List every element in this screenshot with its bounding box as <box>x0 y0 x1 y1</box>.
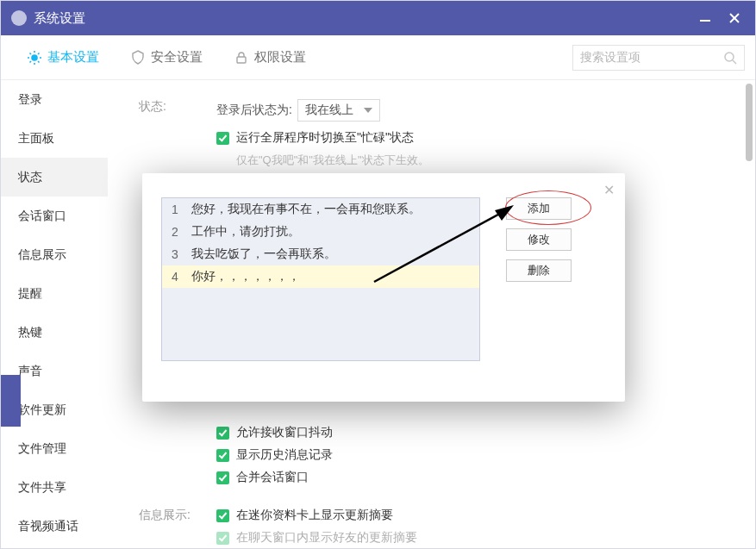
sidebar-item-label: 提醒 <box>18 286 42 302</box>
svg-line-10 <box>30 61 32 63</box>
gear-icon <box>27 50 42 66</box>
row-index: 4 <box>162 270 188 284</box>
svg-line-11 <box>38 53 40 54</box>
list-item[interactable]: 1您好，我现在有事不在，一会再和您联系。 <box>162 198 479 221</box>
sidebar-item-label: 软件更新 <box>18 402 66 418</box>
btn-label: 添加 <box>528 201 550 216</box>
sidebar-item-fileshare[interactable]: 文件共享 <box>1 468 108 507</box>
tabs-bar: 基本设置 安全设置 权限设置 搜索设置项 <box>1 35 755 80</box>
sidebar-item-chatwindow[interactable]: 会话窗口 <box>1 197 108 235</box>
btn-label: 修改 <box>528 232 550 247</box>
row-text: 工作中，请勿打扰。 <box>188 224 479 240</box>
shield-icon <box>130 50 146 66</box>
svg-rect-12 <box>237 57 246 63</box>
settings-window: 系统设置 基本设置 安全设置 权限设置 搜索设 <box>0 0 756 549</box>
minimize-button[interactable] <box>695 8 715 28</box>
sidebar-item-filemgmt[interactable]: 文件管理 <box>1 429 108 468</box>
sidebar-item-label: 主面板 <box>18 131 54 147</box>
titlebar: 系统设置 <box>1 1 755 35</box>
chk-label: 合并会话窗口 <box>236 470 309 485</box>
sidebar-item-hotkey[interactable]: 热键 <box>1 313 108 352</box>
svg-point-3 <box>32 55 37 60</box>
list-item[interactable]: 2工作中，请勿打扰。 <box>162 221 479 243</box>
sidebar-item-label: 状态 <box>18 170 42 185</box>
chk-label: 显示历史消息记录 <box>236 447 333 463</box>
window-title: 系统设置 <box>34 10 85 27</box>
tab-permissions-label: 权限设置 <box>254 49 306 66</box>
checkbox-icon <box>216 449 229 462</box>
svg-line-14 <box>733 60 736 64</box>
row-index: 2 <box>162 225 188 239</box>
sidebar-item-label: 声音 <box>18 364 42 379</box>
sidebar-item-status[interactable]: 状态 <box>1 158 108 197</box>
chk-mini-card[interactable]: 在迷你资料卡上显示更新摘要 <box>216 508 724 523</box>
search-input[interactable]: 搜索设置项 <box>572 45 745 71</box>
tab-safety-label: 安全设置 <box>151 49 203 66</box>
sidebar-item-remind[interactable]: 提醒 <box>1 274 108 313</box>
svg-line-8 <box>30 53 32 54</box>
list-item[interactable]: 3我去吃饭了，一会再联系。 <box>162 243 479 265</box>
search-icon <box>723 51 737 65</box>
checkbox-icon <box>216 509 229 522</box>
chk-label: 运行全屏程序时切换至"忙碌"状态 <box>236 130 414 146</box>
sidebar-item-mainpanel[interactable]: 主面板 <box>1 119 108 158</box>
autoreply-dialog: ✕ 1您好，我现在有事不在，一会再和您联系。 2工作中，请勿打扰。 3我去吃饭了… <box>142 173 625 402</box>
chk-label: 在迷你资料卡上显示更新摘要 <box>236 508 393 523</box>
delete-button[interactable]: 删除 <box>506 259 572 282</box>
row-text: 我去吃饭了，一会再联系。 <box>188 246 479 262</box>
sidebar: 登录 主面板 状态 会话窗口 信息展示 提醒 热键 声音 软件更新 文件管理 文… <box>1 80 108 548</box>
sidebar-item-login[interactable]: 登录 <box>1 80 108 119</box>
tab-permissions[interactable]: 权限设置 <box>218 35 322 80</box>
row-index: 3 <box>162 247 188 261</box>
dialog-close-button[interactable]: ✕ <box>603 182 615 198</box>
checkbox-icon <box>216 532 229 545</box>
checkbox-icon <box>216 471 229 484</box>
autoreply-list[interactable]: 1您好，我现在有事不在，一会再和您联系。 2工作中，请勿打扰。 3我去吃饭了，一… <box>161 197 480 361</box>
sidebar-item-label: 登录 <box>18 92 42 108</box>
scrollbar-thumb[interactable] <box>746 84 753 161</box>
chk-fullscreen-busy[interactable]: 运行全屏程序时切换至"忙碌"状态 <box>216 130 724 146</box>
tab-basic-label: 基本设置 <box>47 49 99 66</box>
chk-window-shake[interactable]: 允许接收窗口抖动 <box>216 425 724 440</box>
chk-history[interactable]: 显示历史消息记录 <box>216 447 724 463</box>
sidebar-item-label: 音视频通话 <box>18 519 78 534</box>
infodisplay-row-label: 信息展示: <box>139 508 216 549</box>
chk-label: 在聊天窗口内显示好友的更新摘要 <box>236 530 417 546</box>
svg-point-13 <box>725 53 734 61</box>
list-item[interactable]: 4你好，，，，，，， <box>162 265 479 288</box>
checkbox-icon <box>216 132 229 145</box>
row-text: 你好，，，，，，， <box>188 269 479 284</box>
chk-partial[interactable]: 在聊天窗口内显示好友的更新摘要 <box>216 530 724 546</box>
infodisplay-row: 信息展示: 在迷你资料卡上显示更新摘要 在聊天窗口内显示好友的更新摘要 <box>139 508 724 549</box>
chk-merge-window[interactable]: 合并会话窗口 <box>216 470 724 485</box>
btn-label: 删除 <box>528 263 550 278</box>
search-placeholder: 搜索设置项 <box>580 50 723 66</box>
sidebar-item-label: 文件共享 <box>18 480 66 496</box>
sidebar-item-label: 会话窗口 <box>18 209 66 224</box>
checkbox-icon <box>216 427 229 440</box>
scrollbar[interactable] <box>746 84 753 545</box>
tab-safety[interactable]: 安全设置 <box>115 35 218 80</box>
sidebar-item-label: 热键 <box>18 325 42 340</box>
chevron-down-icon <box>364 108 372 113</box>
svg-line-9 <box>38 61 40 63</box>
add-button[interactable]: 添加 <box>506 197 572 220</box>
row-text: 您好，我现在有事不在，一会再和您联系。 <box>188 202 479 217</box>
app-logo-icon <box>11 10 27 26</box>
sidebar-item-avcall[interactable]: 音视频通话 <box>1 507 108 546</box>
edit-button[interactable]: 修改 <box>506 228 572 251</box>
tab-basic[interactable]: 基本设置 <box>11 35 115 80</box>
sidebar-item-infodisplay[interactable]: 信息展示 <box>1 235 108 274</box>
login-status-value: 我在线上 <box>305 103 353 118</box>
sidebar-item-label: 文件管理 <box>18 441 66 457</box>
sidebar-item-label: 信息展示 <box>18 247 66 263</box>
login-status-label: 登录后状态为: <box>216 103 292 118</box>
close-button[interactable] <box>724 8 745 28</box>
login-status-select[interactable]: 我在线上 <box>297 99 380 122</box>
chk-label: 允许接收窗口抖动 <box>236 425 333 440</box>
lock-icon <box>234 50 249 66</box>
row-index: 1 <box>162 203 188 216</box>
fullscreen-note: 仅在"Q我吧"和"我在线上"状态下生效。 <box>236 153 724 168</box>
left-accent <box>1 375 21 427</box>
